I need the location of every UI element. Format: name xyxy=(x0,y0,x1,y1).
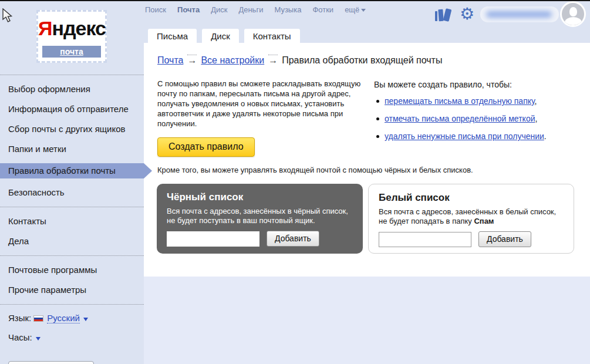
nav-mail-link[interactable]: Почта xyxy=(177,5,200,14)
sidebar-divider xyxy=(0,207,144,207)
whitelist-panel: Белый список Вся почта с адресов, занесё… xyxy=(368,184,574,254)
user-email-blurred[interactable] xyxy=(480,6,559,22)
breadcrumb-all-settings-link[interactable]: Все настройки xyxy=(201,55,264,65)
avatar-silhouette-head xyxy=(569,7,577,16)
nav-music-link[interactable]: Музыка xyxy=(274,5,301,14)
list-item: удалять ненужные письма при получении. xyxy=(374,132,579,141)
settings-gear-icon[interactable]: ⚙ xyxy=(460,5,474,23)
settings-sidebar: Выбор оформления Информация об отправите… xyxy=(0,75,144,364)
rule-options-column: Вы можете создать правило, чтобы: переме… xyxy=(374,80,579,149)
whitelist-desc-text: Вся почта с адресов, занесённых в белый … xyxy=(379,207,556,225)
bullet-suffix: , xyxy=(535,114,537,123)
blacklist-add-row: Добавить xyxy=(167,231,353,247)
nav-search-link[interactable]: Поиск xyxy=(145,5,166,14)
sidebar-item-collect-mail[interactable]: Сбор почты с других ящиков xyxy=(0,123,144,134)
bullet-icon xyxy=(376,135,379,138)
collections-icon-bar xyxy=(435,11,437,21)
mark-with-label-link[interactable]: отмечать письма определённой меткой xyxy=(385,114,535,123)
blacklist-description: Вся почта с адресов, занесённых в чёрный… xyxy=(167,207,353,225)
russian-flag-icon xyxy=(33,315,43,322)
yandex-mail-settings-page: Поиск Почта Диск Деньги Музыка Фотки ещё… xyxy=(0,0,590,364)
nav-money-link[interactable]: Деньги xyxy=(238,5,263,14)
sidebar-item-mail-rules[interactable]: Правила обработки почты xyxy=(0,163,144,178)
main-content: Почта→Все настройки→Правила обработки вх… xyxy=(144,43,590,277)
sidebar-item-todo[interactable]: Дела xyxy=(0,235,144,247)
blurred-text xyxy=(486,11,552,18)
nav-more-label: ещё xyxy=(345,5,359,14)
list-item: перемещать письма в отдельную папку, xyxy=(374,96,579,106)
bullet-icon xyxy=(376,100,379,103)
blacklist-add-button[interactable]: Добавить xyxy=(267,231,319,247)
whitelist-address-input[interactable] xyxy=(379,232,471,247)
nav-more-link[interactable]: ещё xyxy=(345,5,366,14)
tab-disk[interactable]: Диск xyxy=(202,29,239,44)
blacklist-whitelist-note: Кроме того, вы можете управлять входящей… xyxy=(157,166,473,174)
whitelist-desc-spam: Спам xyxy=(474,217,494,225)
blacklist-panel: Чёрный список Вся почта с адресов, занес… xyxy=(157,184,363,254)
language-row: Язык:Русский xyxy=(0,313,144,323)
nav-photos-link[interactable]: Фотки xyxy=(312,5,333,14)
breadcrumb-arrow: → xyxy=(268,55,278,65)
logo-mail-band[interactable]: почта xyxy=(42,46,101,58)
delete-on-receive-link[interactable]: удалять ненужные письма при получении xyxy=(385,132,544,141)
sidebar-item-appearance[interactable]: Выбор оформления xyxy=(0,83,144,95)
sidebar-item-contacts[interactable]: Контакты xyxy=(0,215,144,227)
breadcrumb-mail-link[interactable]: Почта xyxy=(157,55,183,65)
blacklist-address-input[interactable] xyxy=(167,231,259,247)
sidebar-item-folders-labels[interactable]: Папки и метки xyxy=(0,143,144,154)
sidebar-item-mail-clients[interactable]: Почтовые программы xyxy=(0,264,144,275)
move-to-folder-link[interactable]: перемещать письма в отдельную папку xyxy=(385,96,535,106)
list-item: отмечать письма определённой меткой, xyxy=(374,114,579,123)
blacklist-title: Чёрный список xyxy=(167,191,353,203)
breadcrumb-arrow: → xyxy=(187,55,197,65)
clock-row: Часы: xyxy=(0,332,144,342)
bullet-suffix: , xyxy=(535,96,537,106)
chevron-down-icon[interactable] xyxy=(36,337,41,341)
language-label: Язык: xyxy=(8,313,31,323)
user-avatar[interactable] xyxy=(560,1,586,27)
mouse-cursor xyxy=(1,8,14,23)
chevron-down-icon[interactable] xyxy=(83,318,88,321)
collections-icon-bar xyxy=(443,8,452,22)
change-password-button[interactable]: Поменять пароль xyxy=(8,361,94,364)
language-select-link[interactable]: Русский xyxy=(47,313,80,323)
yandex-mail-logo[interactable]: Яндекс почта xyxy=(36,10,107,63)
whitelist-add-button[interactable]: Добавить xyxy=(478,231,531,247)
content-tabs: Письма Диск Контакты xyxy=(148,29,300,44)
top-service-nav: Поиск Почта Диск Деньги Музыка Фотки ещё xyxy=(145,5,366,14)
whitelist-add-row: Добавить xyxy=(379,231,564,247)
page-title: Правила обработки входящей почты xyxy=(282,55,442,65)
whitelist-description: Вся почта с адресов, занесённых в белый … xyxy=(379,207,564,226)
sidebar-divider xyxy=(0,304,144,305)
nav-disk-link[interactable]: Диск xyxy=(211,5,227,14)
collections-icon[interactable] xyxy=(435,8,450,21)
logo-letter-ya: Я xyxy=(38,17,52,39)
sidebar-item-other-settings[interactable]: Прочие параметры xyxy=(0,284,144,295)
chevron-down-icon xyxy=(361,9,366,12)
avatar-silhouette-torso xyxy=(565,17,582,27)
tab-letters[interactable]: Письма xyxy=(148,29,197,44)
clock-label: Часы: xyxy=(8,332,32,342)
sidebar-item-security[interactable]: Безопасность xyxy=(0,187,144,198)
tab-contacts[interactable]: Контакты xyxy=(244,29,300,44)
rules-intro-text: С помощью правил вы сможете раскладывать… xyxy=(157,79,366,129)
whitelist-title: Белый список xyxy=(379,192,564,204)
content-bottom-filler xyxy=(144,277,590,364)
window-top-border xyxy=(0,0,590,1)
logo-text: Яндекс xyxy=(38,18,105,39)
rule-options-heading: Вы можете создать правило, чтобы: xyxy=(374,80,579,89)
create-rule-button[interactable]: Создать правило xyxy=(157,137,255,157)
bullet-icon xyxy=(376,117,379,120)
rule-options-list: перемещать письма в отдельную папку, отм… xyxy=(374,96,579,141)
breadcrumb: Почта→Все настройки→Правила обработки вх… xyxy=(157,55,442,66)
sidebar-item-label: Правила обработки почты xyxy=(8,166,116,176)
bullet-suffix: . xyxy=(544,132,547,141)
selected-item-arrow xyxy=(144,163,152,178)
sidebar-divider xyxy=(0,75,144,75)
sidebar-divider xyxy=(0,255,144,256)
sidebar-item-sender-info[interactable]: Информация об отправителе xyxy=(0,103,144,114)
rules-intro-column: С помощью правил вы сможете раскладывать… xyxy=(157,79,366,157)
logo-rest: ндекс xyxy=(52,17,106,39)
